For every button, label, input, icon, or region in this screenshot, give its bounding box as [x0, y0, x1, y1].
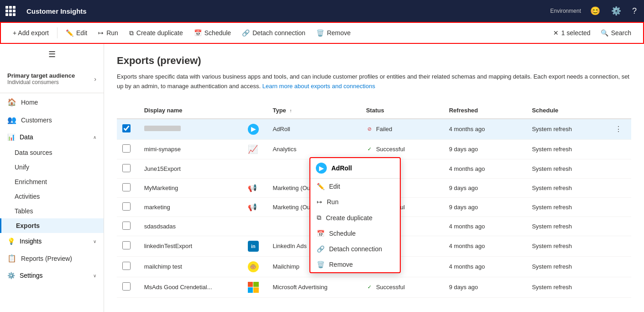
settings-nav-icon[interactable]: ⚙️	[609, 4, 623, 18]
row-refreshed: 9 days ago	[444, 277, 527, 297]
help-icon[interactable]: ?	[630, 5, 639, 18]
home-icon: 🏠	[7, 98, 16, 106]
settings-chevron-icon: ∨	[93, 273, 96, 278]
row-checkbox[interactable]	[122, 262, 131, 270]
sidebar-item-customers[interactable]: 👥 Customers	[0, 111, 104, 129]
sidebar-audience-header: Primary target audience Individual consu…	[0, 65, 104, 93]
detach-connection-button[interactable]: 🔗 Detach connection	[237, 26, 310, 39]
primary-audience-label: Primary target audience	[7, 72, 75, 79]
row-type: Analytics	[267, 139, 360, 159]
row-refreshed: 9 days ago	[444, 178, 527, 197]
table-row[interactable]: MsAds Good Crendetial... Microsoft Adver…	[117, 277, 631, 297]
table-row[interactable]: mimi-synapse 📈 Analytics ✓ Successful 9 …	[117, 139, 631, 159]
sidebar-item-tables[interactable]: Tables	[0, 204, 104, 218]
sidebar-item-activities[interactable]: Activities	[0, 189, 104, 204]
user-icon[interactable]: 😊	[588, 4, 602, 18]
row-schedule: System refresh	[526, 236, 609, 256]
row-schedule: System refresh	[526, 217, 609, 236]
sidebar-item-home[interactable]: 🏠 Home	[0, 93, 104, 111]
row-checkbox[interactable]	[122, 124, 131, 132]
remove-button[interactable]: 🗑️ Remove	[312, 26, 355, 39]
run-button[interactable]: ↦ Run	[94, 26, 123, 39]
row-action-cell	[609, 197, 631, 217]
table-row[interactable]: ▶ AdRoll ⊘ Failed 4 months ago System re…	[117, 119, 631, 140]
sidebar-item-data-sources[interactable]: Data sources	[0, 145, 104, 160]
page-description: Exports share specific data with various…	[117, 72, 631, 91]
col-header-schedule: Schedule	[526, 102, 609, 119]
marketing-icon: 📢	[248, 184, 257, 192]
context-menu-edit[interactable]: ✏️ Edit	[310, 179, 400, 194]
data-chevron-icon: ∧	[93, 135, 96, 140]
row-action-cell: ⋮	[609, 119, 631, 140]
hamburger-button[interactable]: ☰	[0, 44, 104, 65]
col-header-type[interactable]: Type ↑	[267, 102, 360, 119]
row-refreshed: 9 days ago	[444, 139, 527, 159]
create-duplicate-button[interactable]: ⧉ Create duplicate	[125, 26, 188, 40]
row-checkbox[interactable]	[122, 183, 131, 191]
row-status: ✓ Successful	[361, 139, 444, 159]
row-checkbox[interactable]	[122, 241, 131, 249]
row-type: AdRoll	[267, 119, 360, 140]
top-nav: Customer Insights Environment 😊 ⚙️ ?	[0, 0, 644, 22]
context-menu-schedule[interactable]: 📅 Schedule	[310, 226, 400, 241]
search-button[interactable]: 🔍 Search	[596, 26, 636, 39]
sidebar-group-settings[interactable]: ⚙️ Settings ∨	[0, 267, 104, 284]
msads-icon	[248, 282, 259, 293]
row-schedule: System refresh	[526, 256, 609, 277]
sidebar-item-unify[interactable]: Unify	[0, 160, 104, 175]
main-layout: ☰ Primary target audience Individual con…	[0, 44, 644, 312]
app-grid-icon[interactable]	[5, 6, 16, 16]
context-schedule-icon: 📅	[317, 230, 325, 237]
adroll-icon: ▶	[248, 124, 259, 135]
row-refreshed: 4 months ago	[444, 236, 527, 256]
row-schedule: System refresh	[526, 119, 609, 140]
row-checkbox[interactable]	[122, 202, 131, 211]
row-checkbox[interactable]	[122, 144, 131, 153]
sidebar-item-exports[interactable]: Exports	[0, 218, 104, 233]
row-checkbox[interactable]	[122, 164, 131, 172]
row-action-cell	[609, 159, 631, 178]
row-type-icon-cell: 🐵	[242, 256, 267, 277]
schedule-icon: 📅	[194, 29, 202, 37]
blurred-name	[144, 126, 181, 131]
close-selected-icon[interactable]: ✕	[553, 29, 559, 37]
sidebar: ☰ Primary target audience Individual con…	[0, 44, 104, 312]
insights-icon: 💡	[7, 238, 15, 245]
sidebar-data-label: Data	[20, 133, 33, 141]
row-context-menu-trigger[interactable]: ⋮	[615, 125, 623, 133]
learn-more-link[interactable]: Learn more about exports and connections	[262, 83, 375, 90]
sidebar-insights-label: Insights	[20, 238, 42, 245]
context-menu-detach-connection[interactable]: 🔗 Detach connection	[310, 241, 400, 257]
page-title: Exports (preview)	[117, 55, 631, 67]
sidebar-item-enrichment[interactable]: Enrichment	[0, 175, 104, 189]
row-display-name	[139, 119, 242, 140]
sidebar-group-data[interactable]: 📊 Data ∧	[0, 129, 104, 145]
content-area: Exports (preview) Exports share specific…	[104, 44, 644, 312]
exports-label: Exports	[16, 222, 40, 229]
customers-icon: 👥	[7, 116, 16, 124]
row-display-name: marketing	[139, 197, 242, 217]
context-menu-remove[interactable]: 🗑️ Remove	[310, 257, 400, 272]
context-menu-title: AdRoll	[331, 164, 352, 172]
context-menu-run[interactable]: ↦ Run	[310, 194, 400, 210]
context-edit-icon: ✏️	[317, 183, 325, 190]
row-type-icon-cell	[242, 159, 267, 178]
row-checkbox[interactable]	[122, 222, 131, 230]
insights-chevron-icon: ∨	[93, 239, 96, 244]
context-remove-icon: 🗑️	[317, 261, 325, 268]
sidebar-item-reports[interactable]: 📋 Reports (Preview)	[0, 249, 104, 267]
context-menu-create-duplicate[interactable]: ⧉ Create duplicate	[310, 210, 400, 226]
context-edit-label: Edit	[329, 183, 340, 190]
schedule-button[interactable]: 📅 Schedule	[189, 26, 236, 39]
toolbar: + Add export ✏️ Edit ↦ Run ⧉ Create dupl…	[0, 22, 644, 44]
context-detach-icon: 🔗	[317, 245, 325, 253]
context-menu-adroll-icon: ▶	[316, 163, 327, 174]
row-checkbox[interactable]	[122, 282, 131, 291]
status-success-icon: ✓	[366, 284, 373, 291]
audience-chevron-icon[interactable]: ›	[94, 75, 96, 83]
sidebar-group-insights[interactable]: 💡 Insights ∨	[0, 233, 104, 249]
edit-button[interactable]: ✏️ Edit	[61, 26, 92, 39]
add-export-button[interactable]: + Add export	[8, 26, 53, 39]
context-menu-header: ▶ AdRoll	[310, 158, 400, 179]
duplicate-icon: ⧉	[129, 29, 134, 37]
